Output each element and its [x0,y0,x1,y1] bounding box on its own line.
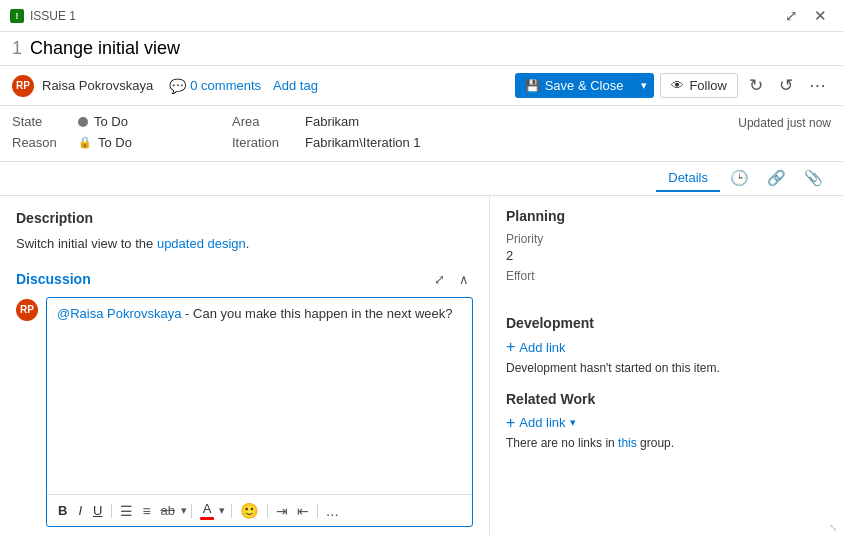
attachment-tab-icon[interactable]: 📎 [796,165,831,193]
commenter-avatar: RP [16,299,38,321]
comment-box: @Raisa Pokrovskaya - Can you make this h… [46,297,473,528]
iteration-row: Iteration Fabrikam\Iteration 1 [232,135,421,150]
save-close-button[interactable]: 💾 Save & Close ▾ [515,73,655,98]
reason-row: Reason 🔒 To Do [12,135,212,150]
add-dev-link-row[interactable]: + Add link [506,339,827,355]
comments-button[interactable]: 💬 0 comments [169,78,261,94]
comment-icon: 💬 [169,78,186,94]
add-related-label: Add link [519,415,565,430]
issue-icon: ! [10,9,24,23]
issue-label: ISSUE 1 [30,9,76,23]
strikethrough-button[interactable]: ab [156,501,180,520]
outdent-button[interactable]: ⇤ [293,501,313,521]
development-section: Development + Add link Development hasn'… [506,315,827,377]
description-text: Switch initial view to the updated desig… [16,234,473,254]
close-button[interactable]: ✕ [808,5,833,27]
resize-handle[interactable]: ⤡ [829,522,837,533]
related-dropdown-icon: ▾ [570,416,576,429]
priority-label: Priority [506,232,827,246]
underline-button[interactable]: U [88,501,107,520]
more-format-button[interactable]: ... [322,500,343,521]
planning-section: Planning Priority 2 Effort [506,208,827,301]
add-dev-link-plus: + [506,339,515,355]
indent-button[interactable]: ⇥ [272,501,292,521]
comment-mention[interactable]: @Raisa Pokrovskaya [57,306,181,321]
lock-icon: 🔒 [78,136,92,149]
state-value[interactable]: To Do [94,114,128,129]
undo-button[interactable]: ↺ [774,72,798,99]
history-tab-icon[interactable]: 🕒 [722,165,757,193]
bullet-list-button[interactable]: ≡ [138,501,154,521]
expand-button[interactable]: ⤢ [779,5,804,27]
add-tag-button[interactable]: Add tag [273,78,318,93]
updated-text: Updated just now [738,116,831,130]
follow-button[interactable]: 👁 Follow [660,73,738,98]
state-dot [78,117,88,127]
iteration-value[interactable]: Fabrikam\Iteration 1 [305,135,421,150]
description-link[interactable]: updated design [157,236,246,251]
issue-badge: ! ISSUE 1 [10,9,779,23]
add-related-link-row[interactable]: + Add link ▾ [506,415,827,431]
item-number: 1 [12,38,22,59]
comment-toolbar: B I U ☰ ≡ ab ▾ A ▾ [47,494,472,526]
related-work-section: Related Work + Add link ▾ There are no l… [506,391,827,450]
area-value[interactable]: Fabrikam [305,114,359,129]
save-dropdown-arrow[interactable]: ▾ [634,74,654,97]
align-center-button[interactable]: ☰ [116,501,137,521]
details-tab[interactable]: Details [656,165,720,192]
bold-button[interactable]: B [53,501,72,520]
effort-value[interactable] [506,285,827,301]
development-heading: Development [506,315,827,331]
discussion-expand-button[interactable]: ⤢ [430,270,449,289]
comment-text: - Can you make this happen in the next w… [181,306,452,321]
related-description: There are no links in this group. [506,436,827,450]
area-row: Area Fabrikam [232,114,421,129]
reason-label: Reason [12,135,72,150]
refresh-button[interactable]: ↻ [744,72,768,99]
area-label: Area [232,114,297,129]
add-related-plus: + [506,415,515,431]
add-dev-link-label: Add link [519,340,565,355]
description-heading: Description [16,210,473,226]
priority-value[interactable]: 2 [506,248,827,263]
related-work-heading: Related Work [506,391,827,407]
priority-field: Priority 2 [506,232,827,263]
state-label: State [12,114,72,129]
save-icon: 💾 [525,79,540,93]
description-section: Description Switch initial view to the u… [0,196,489,262]
comments-count: 0 comments [190,78,261,93]
development-description: Development hasn't started on this item. [506,360,827,377]
more-button[interactable]: ⋯ [804,72,831,99]
item-title: Change initial view [30,38,180,59]
link-tab-icon[interactable]: 🔗 [759,165,794,193]
discussion-section: Discussion ⤢ ∧ RP @Raisa Pokrovskaya - C… [0,262,489,536]
effort-field: Effort [506,269,827,301]
planning-heading: Planning [506,208,827,224]
comment-content-area[interactable]: @Raisa Pokrovskaya - Can you make this h… [47,298,472,495]
italic-button[interactable]: I [73,501,87,520]
state-row: State To Do [12,114,212,129]
iteration-label: Iteration [232,135,297,150]
author-name: Raisa Pokrovskaya [42,78,153,93]
reason-value: To Do [98,135,132,150]
discussion-collapse-button[interactable]: ∧ [455,270,473,289]
discussion-heading: Discussion [16,271,430,287]
effort-label: Effort [506,269,827,283]
text-color-button[interactable]: A [196,499,218,522]
eye-icon: 👁 [671,78,684,93]
emoji-button[interactable]: 🙂 [236,500,263,522]
avatar: RP [12,75,34,97]
